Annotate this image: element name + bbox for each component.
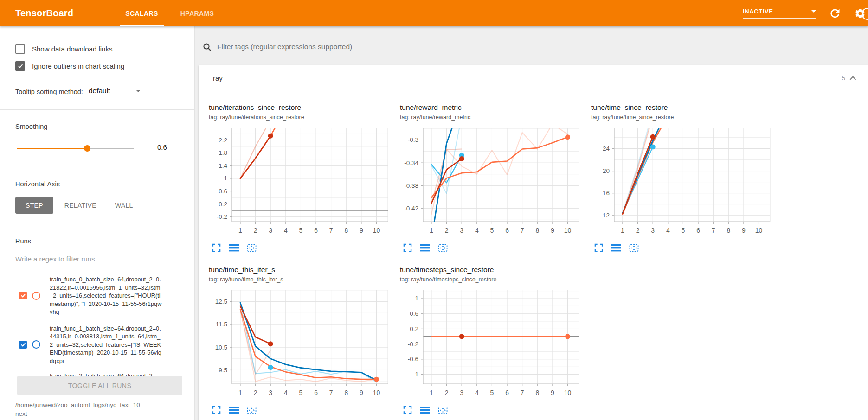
svg-text:11.5: 11.5: [216, 321, 227, 328]
runs-filter-input[interactable]: [15, 253, 181, 267]
chart-plot[interactable]: -0.42-0.38-0.34-0.312345678910: [400, 125, 582, 242]
show-download-links-checkbox-row[interactable]: Show data download links: [15, 44, 181, 54]
svg-text:24: 24: [603, 145, 610, 152]
smoothing-label: Smoothing: [15, 123, 181, 130]
run-item-train-func-1[interactable]: train_func_1_batch_size=64,dropout_2=0.4…: [15, 325, 181, 365]
chart-title: tune/iterations_since_restore: [209, 103, 400, 112]
run-radio-icon[interactable]: [32, 340, 40, 349]
checkbox-checked-icon[interactable]: [15, 61, 25, 71]
ignore-outliers-checkbox-row[interactable]: Ignore outliers in chart scaling: [15, 61, 181, 71]
tag-group-title: ray: [213, 74, 223, 82]
chevron-down-icon: [136, 90, 141, 92]
log-scale-icon[interactable]: [229, 243, 239, 253]
expand-chart-icon[interactable]: [403, 243, 412, 253]
runs-list: train_func_0_batch_size=64,dropout_2=0.2…: [15, 275, 181, 379]
chevron-down-icon: [811, 10, 816, 13]
svg-text:8: 8: [344, 389, 348, 396]
chart-actions: [400, 243, 591, 253]
chart-plot[interactable]: 9.510.511.512.512345678910: [209, 287, 391, 404]
svg-text:4: 4: [666, 227, 670, 234]
chart-plot[interactable]: -0.20.20.611.41.82.212345678910: [209, 125, 391, 242]
axis-wall-button[interactable]: WALL: [108, 197, 141, 214]
log-scale-icon[interactable]: [420, 243, 430, 253]
chart-title: tune/time_this_iter_s: [209, 266, 400, 274]
chart-actions: [591, 243, 782, 253]
svg-text:-0.6: -0.6: [408, 356, 418, 363]
tag-filter-input[interactable]: [216, 42, 868, 51]
smoothing-slider[interactable]: [17, 148, 134, 149]
svg-text:2: 2: [445, 389, 449, 396]
svg-text:7: 7: [521, 389, 524, 396]
svg-text:9: 9: [551, 227, 554, 234]
svg-text:6: 6: [505, 389, 509, 396]
svg-text:2: 2: [445, 227, 449, 234]
refresh-icon[interactable]: [829, 7, 841, 19]
smoothing-value[interactable]: 0.6: [157, 143, 181, 153]
svg-text:1.8: 1.8: [219, 149, 227, 156]
run-checkbox-checked-icon[interactable]: [19, 292, 27, 299]
tab-scalars[interactable]: SCALARS: [114, 0, 169, 26]
tab-hparams[interactable]: HPARAMS: [169, 0, 225, 26]
app-title: TensorBoard: [15, 8, 73, 19]
expand-chart-icon[interactable]: [403, 405, 412, 415]
scalar-chart: tune/iterations_since_restore tag: ray/t…: [209, 103, 400, 253]
chart-actions: [209, 243, 400, 253]
fit-domain-icon[interactable]: [247, 405, 257, 415]
svg-text:5: 5: [299, 389, 303, 396]
svg-text:3: 3: [651, 227, 655, 234]
chevron-up-icon[interactable]: [849, 75, 857, 81]
svg-text:2: 2: [254, 389, 257, 396]
run-radio-icon[interactable]: [32, 292, 40, 300]
chart-plot[interactable]: 1216202412345678910: [591, 125, 773, 242]
svg-text:3: 3: [460, 227, 463, 234]
search-icon: [203, 43, 212, 51]
expand-chart-icon[interactable]: [594, 243, 604, 253]
svg-text:10: 10: [373, 389, 380, 396]
scalar-chart: tune/timesteps_since_restore tag: ray/tu…: [400, 266, 591, 415]
svg-text:8: 8: [535, 227, 539, 234]
tag-group-header[interactable]: ray 5: [199, 65, 868, 91]
chart-title: tune/timesteps_since_restore: [400, 266, 591, 274]
charts-grid: tune/iterations_since_restore tag: ray/t…: [199, 91, 868, 415]
svg-text:0.2: 0.2: [219, 201, 227, 208]
expand-chart-icon[interactable]: [212, 405, 221, 415]
svg-text:1: 1: [430, 389, 433, 396]
reload-status-dropdown[interactable]: INACTIVE: [743, 8, 816, 19]
svg-text:1: 1: [238, 227, 242, 234]
svg-text:5: 5: [299, 227, 303, 234]
tab-bar: SCALARS HPARAMS: [114, 0, 225, 26]
svg-text:8: 8: [727, 227, 730, 234]
checkbox-unchecked-icon[interactable]: [15, 44, 25, 54]
tooltip-sorting-select[interactable]: default: [89, 87, 141, 97]
chart-tag: tag: ray/tune/time_this_iter_s: [209, 276, 400, 283]
axis-relative-button[interactable]: RELATIVE: [57, 197, 104, 214]
runs-label: Runs: [15, 237, 181, 245]
svg-text:5: 5: [682, 227, 685, 234]
fit-domain-icon[interactable]: [247, 243, 257, 253]
fit-domain-icon[interactable]: [438, 243, 448, 253]
log-scale-icon[interactable]: [611, 243, 621, 253]
log-scale-icon[interactable]: [229, 405, 239, 415]
smoothing-slider-thumb[interactable]: [84, 145, 90, 152]
svg-text:6: 6: [314, 389, 318, 396]
axis-step-button[interactable]: STEP: [15, 197, 53, 214]
svg-text:-1: -1: [413, 371, 418, 378]
svg-text:10: 10: [373, 227, 380, 234]
svg-text:0.6: 0.6: [410, 310, 418, 317]
run-item-train-func-0[interactable]: train_func_0_batch_size=64,dropout_2=0.2…: [15, 275, 181, 316]
toggle-all-runs-button[interactable]: TOGGLE ALL RUNS: [17, 376, 182, 395]
app-header: TensorBoard SCALARS HPARAMS INACTIVE: [0, 0, 868, 26]
fit-domain-icon[interactable]: [438, 405, 448, 415]
scalar-chart: tune/time_this_iter_s tag: ray/tune/time…: [209, 266, 400, 415]
expand-chart-icon[interactable]: [212, 243, 221, 253]
log-scale-icon[interactable]: [420, 405, 430, 415]
svg-text:7: 7: [329, 227, 333, 234]
chart-title: tune/reward_metric: [400, 103, 591, 112]
horizontal-axis-label: Horizontal Axis: [15, 180, 181, 188]
chart-count-badge: 5: [842, 75, 845, 82]
svg-text:7: 7: [329, 389, 333, 396]
run-checkbox-checked-icon[interactable]: [19, 341, 27, 349]
fit-domain-icon[interactable]: [629, 243, 639, 253]
chart-plot[interactable]: -1-0.6-0.20.20.6112345678910: [400, 287, 582, 404]
status-badge: INACTIVE: [743, 8, 773, 15]
